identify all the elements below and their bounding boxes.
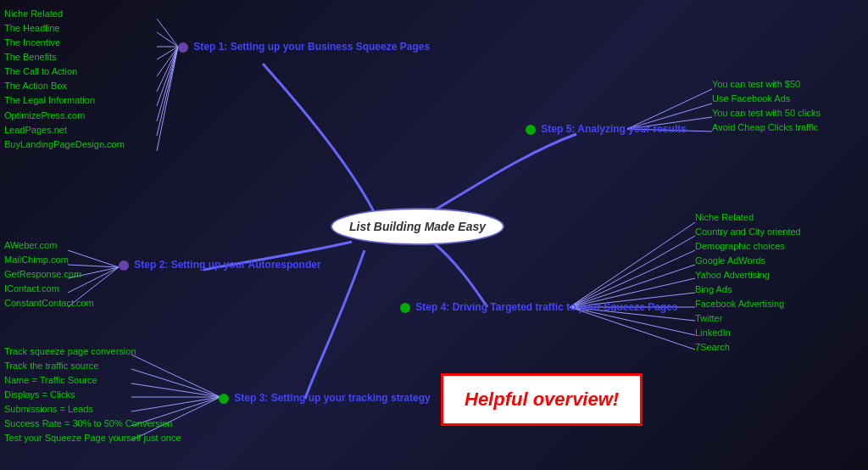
center-label: List Building Made Easy bbox=[349, 220, 486, 233]
svg-line-3 bbox=[157, 47, 178, 59]
helpful-text: Helpful overview! bbox=[465, 389, 619, 410]
svg-line-11 bbox=[68, 265, 119, 267]
step1-leaf-3: The Benefits bbox=[4, 52, 57, 62]
step5-leaf-3: Avoid Cheap Clicks traffic bbox=[712, 122, 818, 132]
step3-leaf-3: Displays = Clicks bbox=[4, 389, 75, 400]
step4-leaf-3: Google AdWords bbox=[695, 255, 765, 266]
step3-leaf-1: Track the traffic source bbox=[4, 361, 98, 371]
step3-leaf-5: Success Rate = 30% to 50% Conversion bbox=[4, 418, 172, 428]
helpful-box: Helpful overview! bbox=[441, 373, 643, 426]
svg-line-22 bbox=[570, 222, 695, 307]
step4-leaf-1: Country and City oriented bbox=[695, 227, 801, 237]
svg-line-5 bbox=[157, 47, 178, 92]
step1-leaf-8: LeadPages.net bbox=[4, 125, 67, 135]
svg-line-19 bbox=[131, 397, 220, 411]
svg-line-15 bbox=[131, 355, 220, 397]
step4-leaf-0: Niche Related bbox=[695, 212, 754, 222]
step2-leaf-1: MailChimp.com bbox=[4, 255, 69, 265]
step3-leaf-0: Track squeeze page conversion bbox=[4, 346, 136, 356]
svg-line-16 bbox=[131, 369, 220, 397]
svg-line-24 bbox=[570, 250, 695, 307]
step4-leaf-5: Bing Ads bbox=[695, 284, 732, 294]
step1-leaf-1: The Headline bbox=[4, 23, 59, 33]
step2-leaf-0: AWeber.com bbox=[4, 240, 57, 250]
step1-leaf-5: The Action Box bbox=[4, 81, 67, 91]
step4-leaf-6: Facebook Advertising bbox=[695, 299, 784, 309]
svg-line-0 bbox=[157, 19, 178, 47]
step4-leaf-4: Yahoo Advertising bbox=[695, 270, 770, 280]
step5-leaf-1: Use Facebook Ads bbox=[712, 93, 790, 104]
step2-leaf-2: GetResponse.com bbox=[4, 269, 81, 279]
center-node: List Building Made Easy bbox=[331, 208, 504, 245]
step1-leaf-9: BuyLandingPageDesign.com bbox=[4, 139, 125, 149]
step1-leaf-4: The Call to Action bbox=[4, 66, 77, 76]
step2-leaf-4: ConstantContact.com bbox=[4, 298, 94, 308]
step1-leaf-2: The Incentive bbox=[4, 37, 60, 48]
step3-leaf-2: Name = Traffic Source bbox=[4, 375, 97, 385]
svg-line-9 bbox=[157, 47, 178, 151]
step2-leaf-3: IContact.com bbox=[4, 283, 59, 294]
step4-leaf-8: LinkedIn bbox=[695, 327, 731, 338]
step5-leaf-2: You can test with 50 clicks bbox=[712, 108, 821, 118]
svg-line-6 bbox=[157, 47, 178, 106]
step4-leaf-9: 7Search bbox=[695, 342, 730, 352]
step2-label: Step 2: Setting up your Autoresponder bbox=[119, 259, 321, 271]
svg-line-31 bbox=[570, 307, 695, 350]
svg-line-7 bbox=[157, 47, 178, 121]
step3-leaf-6: Test your Squeeze Page yourself just onc… bbox=[4, 433, 181, 443]
svg-line-4 bbox=[157, 47, 178, 76]
step1-leaf-0: Niche Related bbox=[4, 8, 63, 19]
svg-line-1 bbox=[157, 32, 178, 47]
step1-leaf-7: OptimizePress.com bbox=[4, 110, 85, 120]
step3-label: Step 3: Setting up your tracking strateg… bbox=[219, 392, 431, 404]
step5-label: Step 5: Analyzing your results bbox=[526, 123, 687, 135]
step4-label: Step 4: Driving Targeted traffic to your… bbox=[400, 301, 678, 313]
svg-line-17 bbox=[131, 383, 220, 397]
svg-line-23 bbox=[570, 236, 695, 307]
step3-leaf-4: Submissions = Leads bbox=[4, 404, 93, 414]
svg-line-10 bbox=[68, 250, 119, 267]
step4-leaf-7: Twitter bbox=[695, 313, 722, 323]
mindmap-container: List Building Made Easy Step 1: Setting … bbox=[0, 0, 868, 470]
step4-leaf-2: Demographic choices bbox=[695, 241, 785, 251]
step1-leaf-6: The Legal Information bbox=[4, 95, 95, 105]
step1-label: Step 1: Setting up your Business Squeeze… bbox=[178, 41, 430, 53]
svg-line-8 bbox=[157, 47, 178, 136]
step5-leaf-0: You can test with $50 bbox=[712, 79, 800, 89]
